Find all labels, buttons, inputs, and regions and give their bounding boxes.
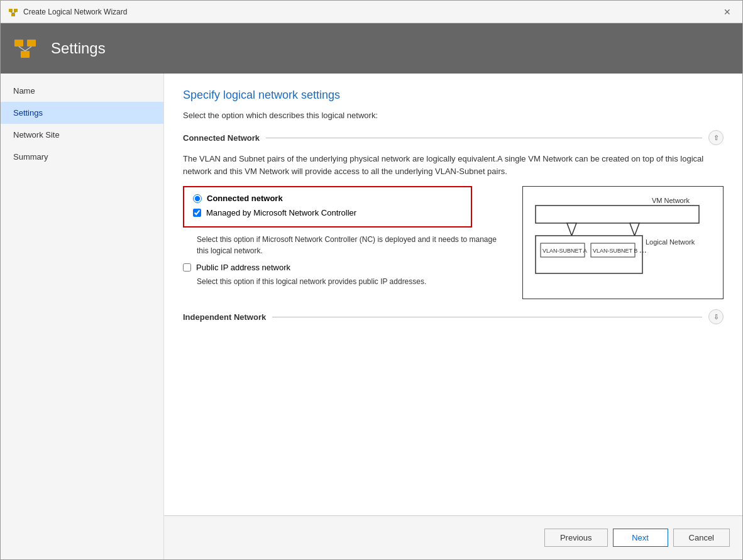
svg-rect-0: [9, 9, 13, 12]
header-icon: [13, 35, 41, 62]
svg-rect-1: [14, 9, 18, 12]
sidebar-item-summary[interactable]: Summary: [1, 146, 163, 168]
sidebar: Name Settings Network Site Summary: [1, 74, 164, 559]
close-button[interactable]: ✕: [720, 6, 735, 18]
header-title: Settings: [51, 40, 106, 57]
public-ip-description: Select this option if this logical netwo…: [197, 276, 510, 287]
svg-line-9: [25, 47, 31, 51]
connected-network-radio[interactable]: [193, 194, 202, 203]
managed-by-nc-label: Managed by Microsoft Network Controller: [206, 208, 356, 217]
intro-text: Select the option which describes this l…: [183, 111, 724, 120]
section-divider: [266, 138, 702, 138]
main-content: Specify logical network settings Select …: [164, 74, 742, 515]
svg-text:VLAN-SUBNET A: VLAN-SUBNET A: [542, 248, 587, 254]
option-left: Connected network Managed by Microsoft N…: [183, 186, 510, 287]
svg-rect-10: [536, 206, 699, 223]
public-ip-row: Public IP address network: [183, 263, 510, 272]
connected-network-option-box: Connected network Managed by Microsoft N…: [183, 186, 472, 228]
public-ip-checkbox[interactable]: [183, 263, 191, 272]
sidebar-item-settings[interactable]: Settings: [1, 102, 163, 124]
footer: Previous Next Cancel: [164, 515, 742, 559]
svg-line-3: [11, 12, 13, 13]
title-bar: Create Logical Network Wizard ✕: [1, 1, 742, 23]
svg-line-4: [13, 12, 16, 13]
svg-rect-6: [27, 40, 36, 47]
svg-text:VLAN-SUBNET B: VLAN-SUBNET B: [593, 248, 637, 254]
page-title: Specify logical network settings: [183, 89, 724, 102]
network-diagram-svg: VM Network Logical Network: [529, 193, 708, 290]
previous-button[interactable]: Previous: [544, 529, 608, 547]
connected-network-title: Connected Network: [183, 133, 260, 143]
next-button[interactable]: Next: [613, 529, 668, 547]
sidebar-item-name[interactable]: Name: [1, 80, 163, 102]
content-area: Name Settings Network Site Summary Speci…: [1, 74, 742, 559]
nc-description: Select this option if Microsoft Network …: [197, 234, 510, 256]
cancel-button[interactable]: Cancel: [673, 529, 730, 547]
independent-section-divider: [272, 317, 702, 317]
svg-rect-7: [21, 51, 30, 58]
network-diagram: VM Network Logical Network: [522, 186, 724, 299]
connected-network-collapse-btn[interactable]: ⇧: [708, 130, 724, 145]
connected-network-radio-option: Connected network: [193, 194, 462, 203]
svg-text:...: ...: [639, 244, 647, 255]
svg-text:Logical  Network: Logical Network: [646, 238, 695, 246]
title-bar-text: Create Logical Network Wizard: [23, 8, 127, 16]
vm-network-label: VM Network: [652, 197, 690, 204]
option-row: Connected network Managed by Microsoft N…: [183, 186, 724, 299]
main-panel: Specify logical network settings Select …: [164, 74, 742, 559]
header-bar: Settings: [1, 23, 742, 74]
wizard-title-icon: [8, 7, 18, 17]
managed-by-nc-checkbox[interactable]: [193, 209, 201, 217]
svg-marker-11: [567, 223, 576, 236]
connected-network-body: The VLAN and Subnet pairs of the underly…: [183, 153, 724, 299]
public-ip-label: Public IP address network: [196, 263, 290, 272]
independent-network-title: Independent Network: [183, 312, 266, 322]
svg-line-8: [19, 47, 25, 51]
svg-rect-2: [11, 13, 15, 16]
independent-network-collapse-btn[interactable]: ⇩: [708, 309, 724, 324]
svg-marker-12: [630, 223, 639, 236]
svg-rect-5: [14, 40, 23, 47]
connected-network-description: The VLAN and Subnet pairs of the underly…: [183, 153, 724, 177]
connected-network-header: Connected Network ⇧: [183, 130, 724, 145]
independent-network-header: Independent Network ⇩: [183, 309, 724, 324]
wizard-window: Create Logical Network Wizard ✕ Settings…: [0, 0, 743, 560]
title-bar-left: Create Logical Network Wizard: [8, 7, 127, 17]
connected-network-radio-label: Connected network: [207, 194, 283, 203]
managed-by-nc-option: Managed by Microsoft Network Controller: [193, 208, 462, 217]
sidebar-item-network-site[interactable]: Network Site: [1, 124, 163, 146]
